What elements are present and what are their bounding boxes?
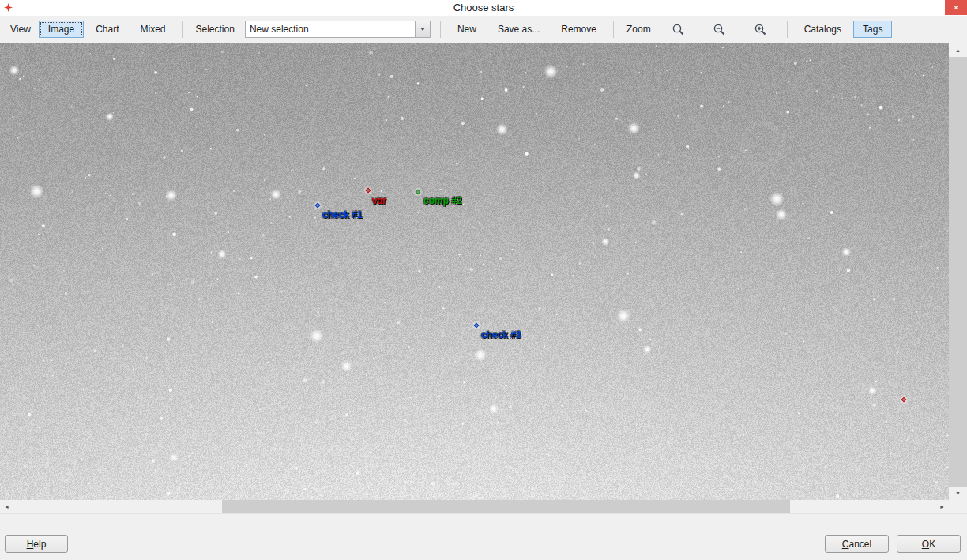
scroll-left-icon[interactable]: ◄	[0, 500, 13, 513]
scroll-down-icon[interactable]: ▼	[949, 487, 967, 500]
toolbar-separator	[440, 21, 441, 38]
chevron-down-icon	[420, 28, 425, 31]
vertical-scrollbar-thumb[interactable]	[949, 57, 967, 487]
dropdown-button[interactable]	[415, 21, 430, 37]
help-button[interactable]: Help	[5, 535, 68, 553]
close-button[interactable]: ×	[945, 0, 967, 15]
footer-bar: Help Cancel OK	[0, 513, 967, 560]
scroll-up-icon[interactable]: ▲	[949, 43, 967, 57]
selection-dropdown-value: New selection	[246, 24, 415, 35]
tab-chart[interactable]: Chart	[86, 21, 128, 38]
toolbar-separator	[787, 21, 788, 38]
star-field-image[interactable]	[0, 43, 949, 500]
horizontal-scrollbar-thumb[interactable]	[222, 500, 790, 513]
zoom-in-button[interactable]	[741, 21, 780, 39]
selection-label: Selection	[190, 24, 240, 35]
new-button[interactable]: New	[448, 21, 486, 38]
scroll-right-icon[interactable]: ►	[935, 500, 949, 513]
image-viewport[interactable]: varcomp #2check #1check #3	[0, 43, 949, 500]
tags-button[interactable]: Tags	[853, 21, 892, 38]
star-marker-label: comp #2	[423, 195, 462, 206]
tab-mixed[interactable]: Mixed	[131, 21, 175, 38]
toolbar-separator	[613, 21, 614, 38]
app-icon	[4, 3, 13, 12]
zoom-label: Zoom	[621, 24, 657, 35]
selection-dropdown[interactable]: New selection	[245, 21, 431, 38]
view-label: View	[5, 24, 36, 35]
window-title: Choose stars	[0, 0, 967, 16]
horizontal-scrollbar-row: ◄ ►	[0, 500, 967, 513]
magnifier-icon	[672, 23, 685, 36]
image-panel: varcomp #2check #1check #3 ▲ ▼	[0, 43, 967, 500]
tab-image[interactable]: Image	[39, 21, 84, 38]
catalogs-button[interactable]: Catalogs	[795, 21, 851, 38]
title-bar: Choose stars ×	[0, 0, 967, 16]
horizontal-scrollbar[interactable]: ◄ ►	[0, 500, 949, 513]
cancel-button[interactable]: Cancel	[825, 535, 889, 553]
zoom-out-button[interactable]	[700, 21, 739, 39]
vertical-scrollbar[interactable]: ▲ ▼	[949, 43, 967, 500]
toolbar-separator	[182, 21, 183, 38]
star-marker-label: check #3	[481, 329, 521, 340]
star-marker-label: var	[372, 195, 386, 206]
toolbar: View Image Chart Mixed Selection New sel…	[0, 16, 967, 43]
close-icon: ×	[953, 2, 959, 13]
ok-button[interactable]: OK	[897, 535, 961, 553]
remove-button[interactable]: Remove	[551, 21, 606, 38]
save-as-button[interactable]: Save as...	[488, 21, 549, 38]
star-marker-label: check #1	[322, 209, 363, 220]
scrollbar-corner	[949, 500, 967, 513]
choose-stars-window: Choose stars × View Image Chart Mixed Se…	[0, 0, 967, 560]
zoom-out-icon	[713, 23, 726, 36]
zoom-in-icon	[754, 23, 767, 36]
zoom-custom-button[interactable]	[659, 21, 698, 39]
